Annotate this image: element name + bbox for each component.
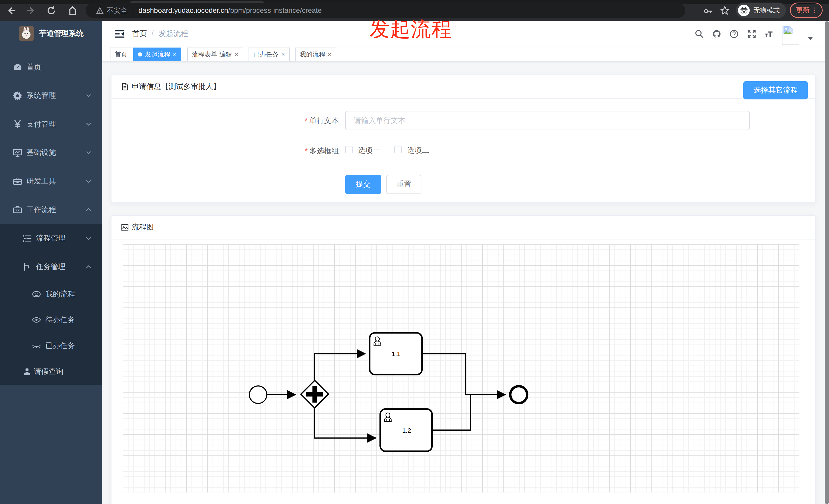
choose-other-process-button[interactable]: 选择其它流程 [743,81,808,99]
sidebar-item-leave-query[interactable]: 请假查询 [0,359,102,385]
gear-icon [13,91,22,101]
sidebar-item-done-tasks[interactable]: 已办任务 [0,333,102,358]
sidebar-fold-icon[interactable] [114,30,125,38]
close-icon[interactable]: × [328,52,331,57]
single-line-text-input[interactable] [345,111,750,130]
bpmn-end-event[interactable] [510,386,527,403]
browser-update-button[interactable]: 更新 ⋮ [790,3,823,18]
incognito-chip[interactable]: 无痕模式 [736,3,786,18]
flow-card-title: 流程图 [132,222,154,232]
tag-done-tasks[interactable]: 已办任务 × [249,47,290,61]
active-dot [138,52,142,57]
document-icon [121,83,129,91]
search-icon[interactable] [695,29,704,38]
tags-view: 首页 发起流程 × 流程表单-编辑 × 已办任务 × 我的流程 × [102,46,829,62]
tag-process-form-edit[interactable]: 流程表单-编辑 × [187,47,243,61]
font-size-icon[interactable] [764,29,773,38]
top-navbar: 首页 / 发起流程 [102,21,829,46]
sidebar-item-todo-tasks[interactable]: 待办任务 [0,307,102,333]
bpmn-user-task-2[interactable]: 1.2 [380,409,432,451]
sidebar-item-home[interactable]: 首页 [0,53,102,81]
reset-button[interactable]: 重置 [386,175,421,194]
tag-label: 发起流程 [145,50,170,59]
toolbox-icon [13,205,22,215]
checkbox-option-2[interactable] [394,146,402,153]
sidebar-item-label: 待办任务 [45,315,75,325]
url-path[interactable]: /bpm/process-instance/create [228,6,322,14]
edge-gateway-to-task1 [315,354,365,380]
bpmn-start-event[interactable] [249,386,267,403]
edge-task1-to-join [422,354,465,395]
tag-my-process[interactable]: 我的流程 × [295,47,336,61]
tag-label: 流程表单-编辑 [192,50,232,59]
not-secure-label[interactable]: 不安全 [107,6,128,15]
back-icon[interactable] [6,6,16,15]
close-icon[interactable]: × [281,52,285,57]
submit-button[interactable]: 提交 [345,175,381,194]
page-content: 申请信息【测试多审批人】 选择其它流程 *单行文本 *多选框组 选项一 选项二 [102,62,829,504]
password-key-icon[interactable] [703,6,713,16]
page-annotation-title: 发起流程 [369,16,452,43]
url-host[interactable]: dashboard.yudao.iocoder.cn [139,6,228,14]
sidebar-item-label: 基础设施 [26,148,56,158]
browser-window: 不安全 dashboard.yudao.iocoder.cn/bpm/proce… [0,0,829,504]
close-icon[interactable]: × [173,52,176,57]
sidebar-item-label: 工作流程 [26,205,56,215]
forward-icon[interactable] [26,6,36,15]
breadcrumb-separator: / [152,29,154,39]
avatar-caret-icon[interactable] [808,32,813,35]
close-icon[interactable]: × [235,52,238,57]
bpmn-canvas[interactable]: 1.1 1.2 [123,244,800,493]
sidebar-item-label: 请假查询 [34,366,63,377]
breadcrumb-root[interactable]: 首页 [132,29,147,39]
required-mark: * [305,147,308,155]
home-icon[interactable] [68,6,77,15]
eye-closed-icon [32,341,41,351]
yen-icon [13,119,22,129]
chevron-up-icon [86,207,92,212]
tag-label: 我的流程 [300,50,325,59]
page-scrollbar[interactable] [825,21,829,504]
tag-home[interactable]: 首页 [110,47,132,61]
sidebar-item-label: 我的流程 [45,289,75,299]
sidebar-item-dev-tools[interactable]: 研发工具 [0,167,102,196]
sidebar-item-payment[interactable]: 支付管理 [0,110,102,139]
scrollbar-thumb[interactable] [825,21,829,504]
checkbox-option-1[interactable] [345,146,353,153]
edge-gateway-to-task2 [315,408,376,438]
url-divider [133,6,133,15]
flow-diagram-card: 流程图 [111,215,816,504]
tag-start-process[interactable]: 发起流程 × [133,47,181,61]
sidebar-item-infrastructure[interactable]: 基础设施 [0,139,102,167]
bpmn-user-task-1[interactable]: 1.1 [369,333,422,375]
browser-menu-icon[interactable]: ⋮ [812,8,818,13]
fullscreen-icon[interactable] [747,29,756,38]
app-title: 芋道管理系统 [39,28,84,39]
bookmark-star-icon[interactable] [720,6,729,15]
help-icon[interactable] [729,29,738,38]
sidebar-item-task-mgmt[interactable]: 任务管理 [0,253,102,281]
update-label[interactable]: 更新 [796,6,810,15]
sidebar-item-workflow[interactable]: 工作流程 [0,196,102,224]
reload-icon[interactable] [46,6,56,15]
avatar[interactable] [782,25,799,45]
checkbox-label-2[interactable]: 选项二 [407,146,429,156]
chevron-down-icon [86,150,92,156]
app-logo [19,26,34,41]
sidebar-item-process-mgmt[interactable]: 流程管理 [0,224,102,253]
chevron-down-icon [86,121,92,127]
required-mark: * [305,117,308,125]
sidebar-item-system[interactable]: 系统管理 [0,81,102,110]
sidebar-item-label: 已办任务 [45,341,75,351]
sidebar-item-label: 支付管理 [26,119,56,129]
image-icon [121,223,129,231]
incognito-label: 无痕模式 [753,6,780,15]
github-icon[interactable] [712,29,721,38]
checkbox-label-1[interactable]: 选项一 [358,146,380,156]
person-icon [22,367,32,377]
app-logo-row[interactable]: 芋道管理系统 [0,21,102,46]
toolbox-icon [13,177,22,186]
sidebar-item-my-process[interactable]: 我的流程 [0,281,102,307]
sidebar: 芋道管理系统 首页 系统管理 支付管理 基础设施 研发工具 [0,21,102,504]
chevron-down-icon [86,179,92,184]
